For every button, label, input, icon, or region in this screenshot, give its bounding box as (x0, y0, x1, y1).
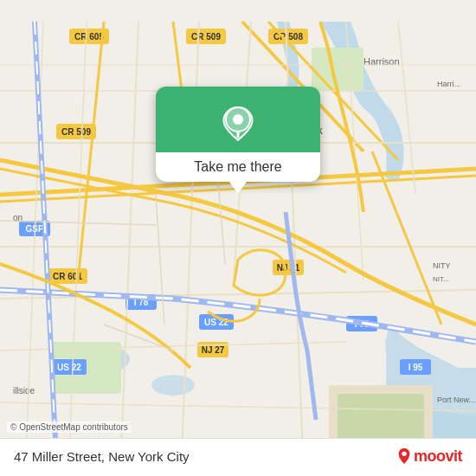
popup-card[interactable]: Take me there (156, 87, 320, 182)
svg-text:CR 509: CR 509 (61, 127, 91, 137)
svg-point-66 (234, 115, 242, 124)
svg-text:NJ 21: NJ 21 (277, 263, 300, 273)
popup-tail (229, 182, 247, 194)
popup-label-area[interactable]: Take me there (156, 152, 320, 182)
svg-text:CR 605: CR 605 (74, 32, 104, 42)
location-pin-icon (219, 104, 257, 142)
svg-text:illside: illside (13, 386, 35, 396)
svg-text:I 95: I 95 (408, 363, 423, 372)
popup-icon-area (184, 87, 292, 152)
take-me-there-button[interactable]: Take me there (194, 159, 281, 174)
svg-text:NITY: NITY (433, 261, 451, 270)
osm-attribution: © OpenStreetMap contributors (7, 421, 132, 433)
svg-text:NIT...: NIT... (433, 275, 449, 283)
address-text: 47 Miller Street, New York City (14, 449, 190, 464)
svg-point-2 (151, 375, 195, 396)
svg-point-67 (402, 451, 406, 455)
map-svg: CR 605 CR 509 CR 508 CR 509 CR 601 NJ 21… (0, 0, 476, 476)
bottom-bar: 47 Miller Street, New York City moovit (0, 438, 476, 476)
svg-text:CR 509: CR 509 (191, 32, 221, 42)
attribution-text: © OpenStreetMap contributors (10, 422, 128, 432)
svg-text:NJ 27: NJ 27 (202, 345, 225, 355)
app: CR 605 CR 509 CR 508 CR 509 CR 601 NJ 21… (0, 0, 476, 476)
moovit-text: moovit (414, 447, 462, 466)
moovit-logo-icon (396, 448, 412, 466)
svg-text:Port New...: Port New... (437, 396, 475, 404)
moovit-logo: moovit (396, 447, 462, 466)
map-container: CR 605 CR 509 CR 508 CR 509 CR 601 NJ 21… (0, 0, 476, 476)
svg-text:Harri...: Harri... (437, 80, 460, 88)
svg-text:US 22: US 22 (57, 363, 81, 372)
